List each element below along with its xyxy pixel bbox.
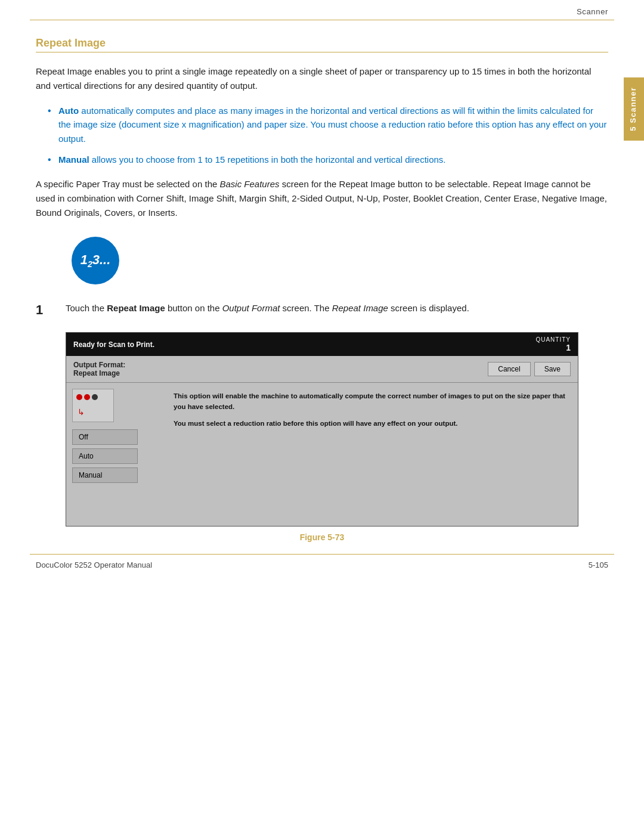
dot-red-1 <box>76 394 82 400</box>
main-content: Repeat Image Repeat Image enables you to… <box>0 20 644 542</box>
ui-status-bar: Ready for Scan to Print. QUANTITY 1 <box>66 333 578 356</box>
ui-quantity-title: QUANTITY <box>535 336 571 343</box>
auto-text: automatically computes and place as many… <box>58 106 606 144</box>
ui-left-panel: ↳ Off Auto Manual <box>72 389 168 520</box>
step-1-row: 1 Touch the Repeat Image button on the O… <box>36 301 608 318</box>
ui-off-button[interactable]: Off <box>72 429 138 445</box>
ui-arrow-icon: ↳ <box>78 407 85 417</box>
ui-screenshot: Ready for Scan to Print. QUANTITY 1 Outp… <box>66 332 578 527</box>
bullet-auto: Auto automatically computes and place as… <box>48 104 608 145</box>
ui-header-buttons: Cancel Save <box>488 362 571 376</box>
auto-keyword: Auto <box>58 106 79 116</box>
ui-body: ↳ Off Auto Manual This option will en <box>66 383 578 526</box>
ui-ready-label: Ready for Scan to Print. <box>73 340 154 349</box>
header-section-name: Scanner <box>577 7 608 16</box>
ui-icon-area: ↳ <box>72 389 114 422</box>
ui-manual-button[interactable]: Manual <box>72 467 138 483</box>
ui-output-format-label: Output Format: Repeat Image <box>73 361 125 377</box>
figure-caption: Figure 5-73 <box>36 532 608 542</box>
step-1-number: 1 <box>36 301 66 318</box>
bullet-list: Auto automatically computes and place as… <box>48 104 608 166</box>
body-paragraph: A specific Paper Tray must be selected o… <box>36 177 608 220</box>
bullet-manual: Manual allows you to choose from 1 to 15… <box>48 153 608 166</box>
ui-icon-dots <box>76 394 98 400</box>
step-1-text: Touch the Repeat Image button on the Out… <box>66 301 608 315</box>
side-tab: 5 Scanner <box>624 78 644 141</box>
intro-paragraph: Repeat Image enables you to print a sing… <box>36 64 608 93</box>
footer-right: 5-105 <box>589 561 608 569</box>
ui-cancel-button[interactable]: Cancel <box>488 362 530 376</box>
dot-dark-1 <box>92 394 98 400</box>
footer-left: DocuColor 5252 Operator Manual <box>36 561 152 569</box>
footer: DocuColor 5252 Operator Manual 5-105 <box>0 555 644 575</box>
ui-save-button[interactable]: Save <box>534 362 571 376</box>
output-format-italic: Output Format <box>222 303 280 313</box>
dot-red-2 <box>84 394 90 400</box>
steps-icon: 123... <box>72 237 119 284</box>
manual-keyword: Manual <box>58 154 89 165</box>
manual-text: allows you to choose from 1 to 15 repeti… <box>89 154 446 165</box>
top-header: Scanner <box>0 0 644 20</box>
ui-auto-button[interactable]: Auto <box>72 448 138 464</box>
section-title: Repeat Image <box>36 37 608 52</box>
ui-right-panel: This option will enable the machine to a… <box>174 389 572 520</box>
ui-description-2: You must select a reduction ratio before… <box>174 419 572 429</box>
ui-quantity: QUANTITY 1 <box>535 336 571 352</box>
ui-header-row: Output Format: Repeat Image Cancel Save <box>66 356 578 383</box>
repeat-image-bold: Repeat Image <box>107 303 165 313</box>
repeat-image-italic: Repeat Image <box>332 303 388 313</box>
steps-section: 123... 1 Touch the Repeat Image button o… <box>36 237 608 542</box>
ui-description-1: This option will enable the machine to a… <box>174 391 572 413</box>
ui-quantity-value: 1 <box>535 343 571 352</box>
